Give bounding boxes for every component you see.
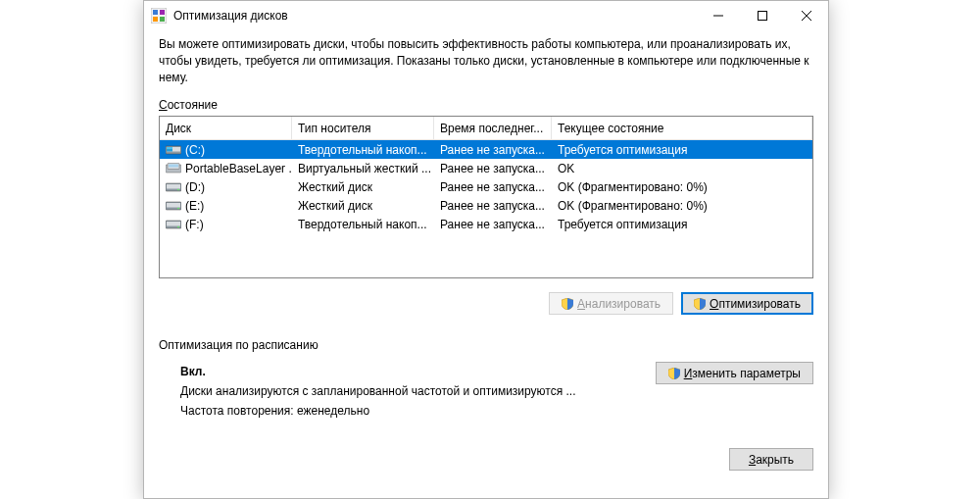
maximize-button[interactable]: [740, 1, 784, 30]
drive-last-run-cell: Ранее не запуска...: [434, 162, 552, 175]
drive-last-run-cell: Ранее не запуска...: [434, 218, 552, 231]
drive-name: (D:): [185, 180, 205, 194]
schedule-group: Оптимизация по расписанию Вкл. Диски ана…: [159, 338, 813, 421]
column-header-media[interactable]: Тип носителя: [292, 117, 434, 139]
minimize-button[interactable]: [696, 1, 740, 30]
window-title: Оптимизация дисков: [173, 9, 696, 23]
hdd-drive-icon: [166, 200, 181, 212]
schedule-on-label: Вкл.: [180, 362, 576, 381]
drive-name-cell: (C:): [160, 143, 292, 157]
column-header-state[interactable]: Текущее состояние: [552, 117, 812, 139]
svg-rect-16: [758, 12, 766, 21]
drive-name-cell: (D:): [160, 180, 292, 194]
state-section-label: Состояние: [159, 98, 813, 112]
drive-name-cell: (E:): [160, 199, 292, 213]
drive-media-cell: Виртуальный жесткий ...: [292, 162, 434, 175]
drive-state-cell: OK: [552, 162, 812, 175]
hdd-drive-icon: [166, 219, 181, 230]
description-text: Вы можете оптимизировать диски, чтобы по…: [159, 36, 813, 86]
schedule-line-1: Диски анализируются с запланированной ча…: [180, 381, 576, 401]
analyze-button[interactable]: Анализировать: [549, 292, 673, 315]
drives-list-body: (C:)Твердотельный накоп...Ранее не запус…: [160, 140, 812, 233]
drives-list[interactable]: Диск Тип носителя Время последнег... Тек…: [159, 116, 813, 278]
drive-state-cell: OK (Фрагментировано: 0%): [552, 180, 812, 194]
drive-last-run-cell: Ранее не запуска...: [434, 180, 552, 194]
footer: Закрыть: [159, 448, 813, 471]
window-body: Вы можете оптимизировать диски, чтобы по…: [144, 30, 828, 480]
schedule-text: Вкл. Диски анализируются с запланированн…: [180, 362, 576, 421]
drive-name-cell: (F:): [160, 218, 292, 231]
column-header-last[interactable]: Время последнег...: [434, 117, 552, 139]
table-row[interactable]: (E:)Жесткий дискРанее не запуска...OK (Ф…: [160, 196, 812, 215]
drive-media-cell: Твердотельный накоп...: [292, 218, 434, 231]
schedule-line-2: Частота повторения: еженедельно: [180, 401, 576, 421]
optimize-button[interactable]: Оптимизировать: [681, 292, 813, 315]
window-buttons: [696, 1, 828, 30]
drive-last-run-cell: Ранее не запуска...: [434, 199, 552, 213]
column-header-disk[interactable]: Диск: [160, 117, 292, 139]
drive-last-run-cell: Ранее не запуска...: [434, 143, 552, 157]
drive-state-cell: OK (Фрагментировано: 0%): [552, 199, 812, 213]
table-row[interactable]: (C:)Твердотельный накоп...Ранее не запус…: [160, 140, 812, 159]
titlebar: Оптимизация дисков: [144, 1, 828, 30]
optimize-drives-window: Оптимизация дисков Вы можете оптимизиров…: [143, 0, 829, 499]
drive-name: (F:): [185, 218, 204, 231]
hdd-drive-icon: [166, 181, 181, 193]
drive-state-cell: Требуется оптимизация: [552, 143, 812, 157]
table-row[interactable]: PortableBaseLayer ...Виртуальный жесткий…: [160, 159, 812, 177]
table-row[interactable]: (D:)Жесткий дискРанее не запуска...OK (Ф…: [160, 177, 812, 196]
action-buttons-row: Анализировать Оптимизировать: [159, 292, 813, 315]
change-settings-button[interactable]: Изменить параметры: [656, 362, 813, 384]
shield-icon: [562, 298, 573, 310]
shield-icon: [668, 368, 680, 379]
close-window-button[interactable]: [784, 1, 828, 30]
app-icon: [151, 8, 167, 24]
drive-name: (C:): [185, 143, 205, 157]
drive-media-cell: Жесткий диск: [292, 180, 434, 194]
schedule-body: Вкл. Диски анализируются с запланированн…: [159, 362, 813, 421]
table-row[interactable]: (F:)Твердотельный накоп...Ранее не запус…: [160, 215, 812, 233]
drive-name-cell: PortableBaseLayer ...: [160, 162, 292, 175]
drive-state-cell: Требуется оптимизация: [552, 218, 812, 231]
schedule-group-label: Оптимизация по расписанию: [159, 338, 813, 352]
shield-icon: [694, 298, 706, 310]
drive-name: (E:): [185, 199, 204, 213]
os-drive-icon: [166, 144, 181, 156]
drive-name: PortableBaseLayer ...: [185, 162, 292, 175]
vhd-drive-icon: [166, 163, 181, 175]
drive-media-cell: Твердотельный накоп...: [292, 143, 434, 157]
drive-media-cell: Жесткий диск: [292, 199, 434, 213]
drives-list-header: Диск Тип носителя Время последнег... Тек…: [160, 117, 812, 140]
close-button[interactable]: Закрыть: [729, 448, 813, 471]
